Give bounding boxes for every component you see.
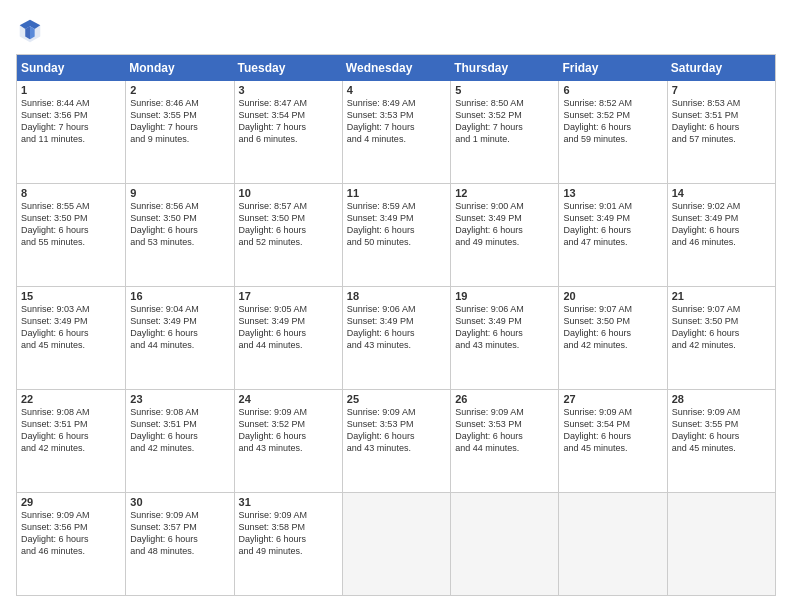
calendar-cell: 23Sunrise: 9:08 AM Sunset: 3:51 PM Dayli…	[125, 390, 233, 492]
day-number: 23	[130, 393, 229, 405]
calendar-cell: 5Sunrise: 8:50 AM Sunset: 3:52 PM Daylig…	[450, 81, 558, 183]
day-info: Sunrise: 8:50 AM Sunset: 3:52 PM Dayligh…	[455, 97, 554, 146]
day-number: 10	[239, 187, 338, 199]
day-number: 28	[672, 393, 771, 405]
day-info: Sunrise: 8:53 AM Sunset: 3:51 PM Dayligh…	[672, 97, 771, 146]
calendar-cell: 6Sunrise: 8:52 AM Sunset: 3:52 PM Daylig…	[558, 81, 666, 183]
day-number: 5	[455, 84, 554, 96]
logo	[16, 16, 48, 44]
day-number: 30	[130, 496, 229, 508]
day-number: 31	[239, 496, 338, 508]
calendar-row: 29Sunrise: 9:09 AM Sunset: 3:56 PM Dayli…	[17, 492, 775, 595]
calendar-cell: 31Sunrise: 9:09 AM Sunset: 3:58 PM Dayli…	[234, 493, 342, 595]
day-info: Sunrise: 9:03 AM Sunset: 3:49 PM Dayligh…	[21, 303, 121, 352]
calendar-row: 22Sunrise: 9:08 AM Sunset: 3:51 PM Dayli…	[17, 389, 775, 492]
day-number: 6	[563, 84, 662, 96]
calendar-header-day: Wednesday	[342, 55, 450, 81]
day-number: 15	[21, 290, 121, 302]
day-number: 22	[21, 393, 121, 405]
calendar-header-day: Monday	[125, 55, 233, 81]
day-info: Sunrise: 9:04 AM Sunset: 3:49 PM Dayligh…	[130, 303, 229, 352]
calendar-cell	[667, 493, 775, 595]
day-number: 13	[563, 187, 662, 199]
calendar-cell: 29Sunrise: 9:09 AM Sunset: 3:56 PM Dayli…	[17, 493, 125, 595]
calendar-row: 15Sunrise: 9:03 AM Sunset: 3:49 PM Dayli…	[17, 286, 775, 389]
day-info: Sunrise: 8:59 AM Sunset: 3:49 PM Dayligh…	[347, 200, 446, 249]
calendar-cell: 26Sunrise: 9:09 AM Sunset: 3:53 PM Dayli…	[450, 390, 558, 492]
day-info: Sunrise: 9:07 AM Sunset: 3:50 PM Dayligh…	[672, 303, 771, 352]
calendar-cell	[342, 493, 450, 595]
calendar-cell: 12Sunrise: 9:00 AM Sunset: 3:49 PM Dayli…	[450, 184, 558, 286]
day-number: 20	[563, 290, 662, 302]
day-number: 1	[21, 84, 121, 96]
calendar-cell: 4Sunrise: 8:49 AM Sunset: 3:53 PM Daylig…	[342, 81, 450, 183]
calendar-cell: 2Sunrise: 8:46 AM Sunset: 3:55 PM Daylig…	[125, 81, 233, 183]
day-info: Sunrise: 8:49 AM Sunset: 3:53 PM Dayligh…	[347, 97, 446, 146]
day-number: 4	[347, 84, 446, 96]
calendar-cell: 25Sunrise: 9:09 AM Sunset: 3:53 PM Dayli…	[342, 390, 450, 492]
calendar-cell	[450, 493, 558, 595]
calendar-row: 8Sunrise: 8:55 AM Sunset: 3:50 PM Daylig…	[17, 183, 775, 286]
day-number: 19	[455, 290, 554, 302]
calendar-row: 1Sunrise: 8:44 AM Sunset: 3:56 PM Daylig…	[17, 81, 775, 183]
day-info: Sunrise: 9:08 AM Sunset: 3:51 PM Dayligh…	[21, 406, 121, 455]
calendar-cell: 30Sunrise: 9:09 AM Sunset: 3:57 PM Dayli…	[125, 493, 233, 595]
day-info: Sunrise: 9:09 AM Sunset: 3:52 PM Dayligh…	[239, 406, 338, 455]
day-number: 17	[239, 290, 338, 302]
day-info: Sunrise: 9:06 AM Sunset: 3:49 PM Dayligh…	[347, 303, 446, 352]
day-info: Sunrise: 9:05 AM Sunset: 3:49 PM Dayligh…	[239, 303, 338, 352]
day-number: 18	[347, 290, 446, 302]
day-number: 21	[672, 290, 771, 302]
day-number: 7	[672, 84, 771, 96]
calendar: SundayMondayTuesdayWednesdayThursdayFrid…	[16, 54, 776, 596]
calendar-header: SundayMondayTuesdayWednesdayThursdayFrid…	[17, 55, 775, 81]
calendar-cell: 1Sunrise: 8:44 AM Sunset: 3:56 PM Daylig…	[17, 81, 125, 183]
calendar-cell: 28Sunrise: 9:09 AM Sunset: 3:55 PM Dayli…	[667, 390, 775, 492]
calendar-cell: 27Sunrise: 9:09 AM Sunset: 3:54 PM Dayli…	[558, 390, 666, 492]
calendar-cell: 24Sunrise: 9:09 AM Sunset: 3:52 PM Dayli…	[234, 390, 342, 492]
day-info: Sunrise: 9:09 AM Sunset: 3:53 PM Dayligh…	[347, 406, 446, 455]
day-number: 2	[130, 84, 229, 96]
day-number: 16	[130, 290, 229, 302]
calendar-cell	[558, 493, 666, 595]
day-info: Sunrise: 9:09 AM Sunset: 3:57 PM Dayligh…	[130, 509, 229, 558]
calendar-cell: 21Sunrise: 9:07 AM Sunset: 3:50 PM Dayli…	[667, 287, 775, 389]
day-number: 25	[347, 393, 446, 405]
day-info: Sunrise: 8:52 AM Sunset: 3:52 PM Dayligh…	[563, 97, 662, 146]
calendar-cell: 22Sunrise: 9:08 AM Sunset: 3:51 PM Dayli…	[17, 390, 125, 492]
calendar-header-day: Tuesday	[234, 55, 342, 81]
calendar-cell: 7Sunrise: 8:53 AM Sunset: 3:51 PM Daylig…	[667, 81, 775, 183]
day-number: 29	[21, 496, 121, 508]
day-number: 9	[130, 187, 229, 199]
day-info: Sunrise: 9:09 AM Sunset: 3:53 PM Dayligh…	[455, 406, 554, 455]
day-info: Sunrise: 9:09 AM Sunset: 3:56 PM Dayligh…	[21, 509, 121, 558]
header	[16, 16, 776, 44]
day-number: 11	[347, 187, 446, 199]
calendar-cell: 13Sunrise: 9:01 AM Sunset: 3:49 PM Dayli…	[558, 184, 666, 286]
day-info: Sunrise: 8:55 AM Sunset: 3:50 PM Dayligh…	[21, 200, 121, 249]
calendar-cell: 17Sunrise: 9:05 AM Sunset: 3:49 PM Dayli…	[234, 287, 342, 389]
calendar-header-day: Thursday	[450, 55, 558, 81]
calendar-cell: 11Sunrise: 8:59 AM Sunset: 3:49 PM Dayli…	[342, 184, 450, 286]
calendar-header-day: Saturday	[667, 55, 775, 81]
calendar-header-day: Sunday	[17, 55, 125, 81]
day-number: 24	[239, 393, 338, 405]
day-info: Sunrise: 9:07 AM Sunset: 3:50 PM Dayligh…	[563, 303, 662, 352]
day-info: Sunrise: 9:09 AM Sunset: 3:54 PM Dayligh…	[563, 406, 662, 455]
day-info: Sunrise: 8:46 AM Sunset: 3:55 PM Dayligh…	[130, 97, 229, 146]
calendar-cell: 3Sunrise: 8:47 AM Sunset: 3:54 PM Daylig…	[234, 81, 342, 183]
day-number: 12	[455, 187, 554, 199]
day-number: 3	[239, 84, 338, 96]
day-info: Sunrise: 9:06 AM Sunset: 3:49 PM Dayligh…	[455, 303, 554, 352]
day-info: Sunrise: 9:09 AM Sunset: 3:55 PM Dayligh…	[672, 406, 771, 455]
day-number: 26	[455, 393, 554, 405]
day-info: Sunrise: 9:01 AM Sunset: 3:49 PM Dayligh…	[563, 200, 662, 249]
calendar-header-day: Friday	[558, 55, 666, 81]
day-number: 27	[563, 393, 662, 405]
calendar-cell: 9Sunrise: 8:56 AM Sunset: 3:50 PM Daylig…	[125, 184, 233, 286]
calendar-cell: 15Sunrise: 9:03 AM Sunset: 3:49 PM Dayli…	[17, 287, 125, 389]
calendar-cell: 10Sunrise: 8:57 AM Sunset: 3:50 PM Dayli…	[234, 184, 342, 286]
day-info: Sunrise: 8:44 AM Sunset: 3:56 PM Dayligh…	[21, 97, 121, 146]
day-info: Sunrise: 9:00 AM Sunset: 3:49 PM Dayligh…	[455, 200, 554, 249]
calendar-cell: 18Sunrise: 9:06 AM Sunset: 3:49 PM Dayli…	[342, 287, 450, 389]
